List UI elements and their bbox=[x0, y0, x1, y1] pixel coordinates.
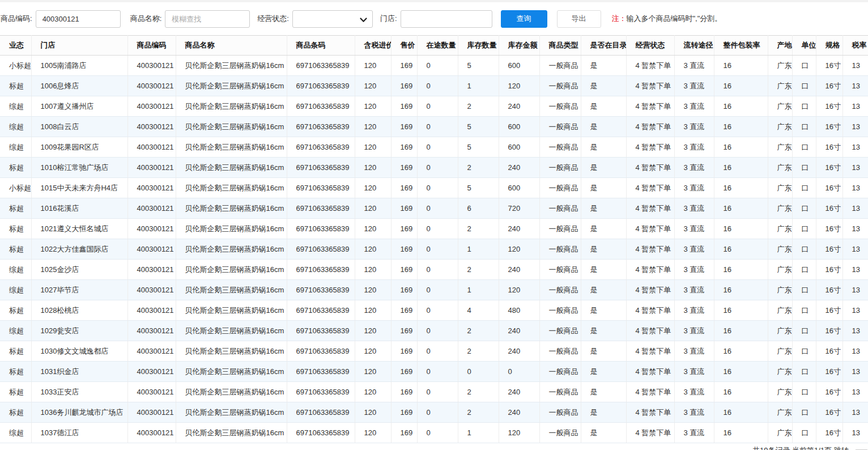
table-cell: 400300121 bbox=[127, 260, 176, 280]
table-row: 小标超1015中天未来方舟H4店400300121贝伦斯企鹅三层钢蒸奶锅16cm… bbox=[0, 178, 868, 198]
table-row: 标超1033正安店400300121贝伦斯企鹅三层钢蒸奶锅16cm6971063… bbox=[0, 382, 868, 402]
table-cell: 一般商品 bbox=[539, 137, 581, 158]
product-name-input[interactable] bbox=[165, 10, 250, 28]
table-cell: 169 bbox=[391, 56, 417, 76]
table-cell: 400300121 bbox=[127, 96, 176, 117]
table-cell: 口 bbox=[792, 280, 816, 300]
table-cell: 0 bbox=[417, 76, 458, 96]
table-cell: 1010榕江常驰广场店 bbox=[31, 158, 127, 178]
table-cell: 16寸 bbox=[816, 158, 843, 178]
table-cell: 0 bbox=[417, 321, 458, 341]
table-cell: 3 直流 bbox=[674, 76, 714, 96]
table-cell: 16 bbox=[714, 280, 768, 300]
table-cell: 0 bbox=[417, 362, 458, 382]
table-cell: 2 bbox=[458, 341, 499, 362]
table-cell: 3 直流 bbox=[674, 423, 714, 443]
column-header: 在途数量 bbox=[417, 36, 458, 56]
table-row: 综超1025金沙店400300121贝伦斯企鹅三层钢蒸奶锅16cm6971063… bbox=[0, 260, 868, 280]
table-cell: 口 bbox=[792, 198, 816, 219]
table-cell: 2 bbox=[458, 321, 499, 341]
table-row: 小标超1005南浦路店400300121贝伦斯企鹅三层钢蒸奶锅16cm69710… bbox=[0, 56, 868, 76]
table-cell: 广东 bbox=[768, 260, 792, 280]
table-cell: 6971063365839 bbox=[287, 56, 355, 76]
table-row: 综超1007遵义播州店400300121贝伦斯企鹅三层钢蒸奶锅16cm69710… bbox=[0, 96, 868, 117]
table-cell: 贝伦斯企鹅三层钢蒸奶锅16cm bbox=[176, 260, 287, 280]
table-cell: 标超 bbox=[0, 402, 31, 423]
table-row: 标超1022大方佳鑫国际店400300121贝伦斯企鹅三层钢蒸奶锅16cm697… bbox=[0, 239, 868, 260]
table-cell: 4 暂禁下单 bbox=[626, 300, 674, 321]
table-cell: 6971063365839 bbox=[287, 76, 355, 96]
product-code-input[interactable] bbox=[36, 10, 121, 28]
table-cell: 3 直流 bbox=[674, 56, 714, 76]
export-button[interactable]: 导出 bbox=[557, 10, 601, 28]
table-cell: 口 bbox=[792, 96, 816, 117]
table-cell: 2 bbox=[458, 382, 499, 402]
table-cell: 6971063365839 bbox=[287, 423, 355, 443]
table-cell: 是 bbox=[581, 402, 626, 423]
table-cell: 169 bbox=[391, 280, 417, 300]
table-cell: 综超 bbox=[0, 96, 31, 117]
table-cell: 是 bbox=[581, 239, 626, 260]
table-cell: 1021遵义大恒名城店 bbox=[31, 219, 127, 239]
column-header: 含税进价 bbox=[355, 36, 391, 56]
search-form: 商品编码: 商品名称: 经营状态: 门店: 查询 导出 注：输入多个商品编码时"… bbox=[0, 2, 868, 35]
table-cell: 4 暂禁下单 bbox=[626, 178, 674, 198]
table-cell: 169 bbox=[391, 158, 417, 178]
table-cell: 1036务川麒龙城市广场店 bbox=[31, 402, 127, 423]
table-cell: 口 bbox=[792, 382, 816, 402]
column-header: 产地 bbox=[768, 36, 792, 56]
table-cell: 240 bbox=[499, 219, 539, 239]
table-cell: 16 bbox=[714, 96, 768, 117]
note-text: 输入多个商品编码时","分割。 bbox=[627, 14, 722, 23]
table-cell: 口 bbox=[792, 56, 816, 76]
table-cell: 16寸 bbox=[816, 260, 843, 280]
query-button[interactable]: 查询 bbox=[501, 10, 547, 28]
table-cell: 0 bbox=[417, 300, 458, 321]
table-cell: 16寸 bbox=[816, 219, 843, 239]
table-cell: 贝伦斯企鹅三层钢蒸奶锅16cm bbox=[176, 321, 287, 341]
table-cell: 13 bbox=[843, 321, 868, 341]
operating-status-select[interactable] bbox=[292, 10, 373, 28]
table-cell: 2 bbox=[458, 402, 499, 423]
table-cell: 2 bbox=[458, 260, 499, 280]
column-header: 商品条码 bbox=[287, 36, 355, 56]
table-cell: 4 暂禁下单 bbox=[626, 219, 674, 239]
table-cell: 标超 bbox=[0, 239, 31, 260]
table-cell: 120 bbox=[355, 76, 391, 96]
table-cell: 1009花果园R区店 bbox=[31, 137, 127, 158]
table-cell: 16寸 bbox=[816, 280, 843, 300]
table-cell: 169 bbox=[391, 76, 417, 96]
table-cell: 是 bbox=[581, 56, 626, 76]
table-cell: 是 bbox=[581, 117, 626, 137]
table-cell: 6971063365839 bbox=[287, 137, 355, 158]
table-cell: 120 bbox=[355, 239, 391, 260]
table-cell: 口 bbox=[792, 300, 816, 321]
table-cell: 一般商品 bbox=[539, 56, 581, 76]
table-cell: 120 bbox=[355, 96, 391, 117]
table-cell: 2 bbox=[458, 96, 499, 117]
table-cell: 贝伦斯企鹅三层钢蒸奶锅16cm bbox=[176, 423, 287, 443]
table-cell: 广东 bbox=[768, 117, 792, 137]
table-cell: 0 bbox=[417, 96, 458, 117]
table-cell: 是 bbox=[581, 96, 626, 117]
table-cell: 一般商品 bbox=[539, 382, 581, 402]
table-cell: 400300121 bbox=[127, 300, 176, 321]
table-cell: 一般商品 bbox=[539, 117, 581, 137]
store-input[interactable] bbox=[401, 10, 492, 28]
table-cell: 120 bbox=[355, 280, 391, 300]
table-row: 标超1016花溪店400300121贝伦斯企鹅三层钢蒸奶锅16cm6971063… bbox=[0, 198, 868, 219]
table-cell: 一般商品 bbox=[539, 402, 581, 423]
table-cell: 一般商品 bbox=[539, 178, 581, 198]
table-cell: 16 bbox=[714, 341, 768, 362]
table-cell: 720 bbox=[499, 198, 539, 219]
table-cell: 16 bbox=[714, 300, 768, 321]
table-cell: 是 bbox=[581, 321, 626, 341]
table-row: 综超1027毕节店400300121贝伦斯企鹅三层钢蒸奶锅16cm6971063… bbox=[0, 280, 868, 300]
table-cell: 4 暂禁下单 bbox=[626, 96, 674, 117]
table-cell: 169 bbox=[391, 117, 417, 137]
table-cell: 120 bbox=[355, 219, 391, 239]
table-cell: 3 直流 bbox=[674, 198, 714, 219]
table-row: 标超1036务川麒龙城市广场店400300121贝伦斯企鹅三层钢蒸奶锅16cm6… bbox=[0, 402, 868, 423]
table-cell: 13 bbox=[843, 239, 868, 260]
column-header: 税率 bbox=[843, 36, 868, 56]
